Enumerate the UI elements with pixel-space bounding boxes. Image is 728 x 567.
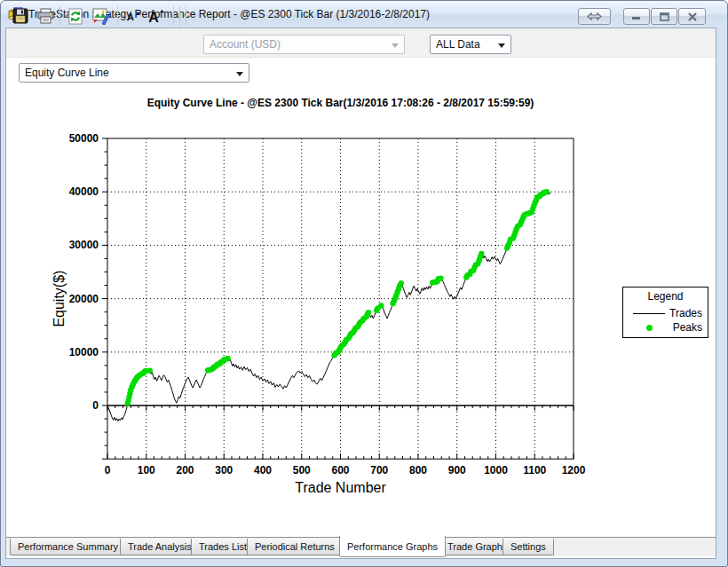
- chart-title: Equity Curve Line - @ES 2300 Tick Bar(1/…: [107, 97, 574, 109]
- svg-text:A: A: [148, 10, 159, 25]
- peaks-dot-swatch: [629, 325, 669, 331]
- svg-text:30000: 30000: [69, 239, 99, 251]
- font-decrease-button[interactable]: A: [123, 5, 144, 27]
- resize-arrows-button[interactable]: [578, 8, 611, 25]
- svg-text:1100: 1100: [523, 464, 546, 476]
- app-window: $ TradeStation Strategy Performance Repo…: [0, 0, 728, 567]
- print-icon: [37, 8, 54, 24]
- toolbar-separator: [173, 6, 174, 26]
- font-increase-icon: A: [146, 7, 166, 25]
- svg-text:1200: 1200: [562, 464, 586, 476]
- refresh-button[interactable]: [65, 5, 86, 27]
- svg-text:400: 400: [254, 464, 272, 476]
- svg-text:100: 100: [138, 464, 155, 476]
- svg-text:Trade Number: Trade Number: [295, 480, 386, 495]
- svg-text:20000: 20000: [69, 293, 99, 305]
- svg-text:1000: 1000: [484, 464, 508, 476]
- chart-legend: Legend Trades Peaks: [622, 287, 708, 338]
- svg-text:A: A: [127, 12, 134, 22]
- svg-text:200: 200: [176, 464, 194, 476]
- toolbar-separator: [179, 6, 180, 26]
- svg-text:0: 0: [105, 464, 111, 476]
- minimize-icon: [632, 12, 641, 20]
- graph-type-combo-value: Equity Curve Line: [25, 67, 109, 79]
- svg-text:10000: 10000: [69, 346, 99, 358]
- resize-arrows-icon: [587, 12, 602, 20]
- tab-periodical-returns[interactable]: Periodical Returns: [247, 539, 343, 555]
- legend-label: Trades: [669, 307, 702, 319]
- save-button[interactable]: [10, 5, 31, 27]
- data-range-combo-value: ALL Data: [436, 38, 480, 51]
- trades-line-swatch: [629, 313, 669, 314]
- svg-text:300: 300: [215, 464, 233, 476]
- report-settings-icon: [92, 7, 110, 25]
- tab-performance-summary[interactable]: Performance Summary: [10, 539, 126, 555]
- maximize-icon: [660, 12, 669, 21]
- svg-text:700: 700: [370, 464, 388, 476]
- tab-performance-graphs[interactable]: Performance Graphs: [339, 536, 446, 557]
- tab-strip: Performance Summary Trade Analysis Trade…: [6, 537, 716, 556]
- tab-settings[interactable]: Settings: [502, 539, 554, 555]
- tab-trade-analysis[interactable]: Trade Analysis: [120, 539, 200, 555]
- svg-text:600: 600: [331, 464, 349, 476]
- svg-text:40000: 40000: [69, 185, 99, 198]
- equity-curve-chart: 0100002000030000400005000001002003004005…: [1, 116, 613, 507]
- data-range-combo[interactable]: ALL Data: [430, 35, 511, 54]
- toolbar-separator: [117, 6, 118, 26]
- close-icon: [688, 12, 697, 21]
- window-title: TradeStation Strategy Performance Report…: [28, 8, 430, 20]
- svg-text:Equity($): Equity($): [51, 271, 67, 327]
- chevron-down-icon: [392, 43, 399, 48]
- account-combo-value: Account (USD): [210, 38, 281, 51]
- minimize-button[interactable]: [623, 8, 650, 25]
- refresh-icon: [67, 8, 83, 25]
- svg-text:0: 0: [92, 399, 99, 412]
- legend-label: Peaks: [669, 321, 702, 334]
- legend-entry-peaks: Peaks: [629, 320, 702, 335]
- screenshot-stage: $ TradeStation Strategy Performance Repo…: [0, 0, 728, 567]
- graph-type-combo[interactable]: Equity Curve Line: [19, 63, 249, 83]
- chevron-down-icon: [236, 72, 243, 76]
- save-icon: [12, 8, 28, 24]
- legend-title: Legend: [629, 290, 702, 303]
- svg-text:900: 900: [448, 464, 466, 476]
- svg-text:500: 500: [293, 464, 311, 476]
- font-decrease-icon: A: [126, 9, 141, 23]
- toolbar-separator: [59, 6, 60, 26]
- maximize-button[interactable]: [651, 8, 677, 25]
- report-settings-button[interactable]: [91, 5, 112, 27]
- legend-entry-trades: Trades: [629, 306, 702, 320]
- account-combo[interactable]: Account (USD): [203, 35, 405, 54]
- font-increase-button[interactable]: A: [144, 5, 169, 27]
- svg-text:50000: 50000: [69, 132, 99, 145]
- close-button[interactable]: [678, 8, 706, 25]
- svg-text:800: 800: [409, 464, 427, 476]
- print-button[interactable]: [35, 5, 56, 27]
- tab-trades-list[interactable]: Trades List: [191, 539, 255, 555]
- chevron-down-icon: [498, 43, 505, 48]
- toolbar-separator: [186, 6, 186, 26]
